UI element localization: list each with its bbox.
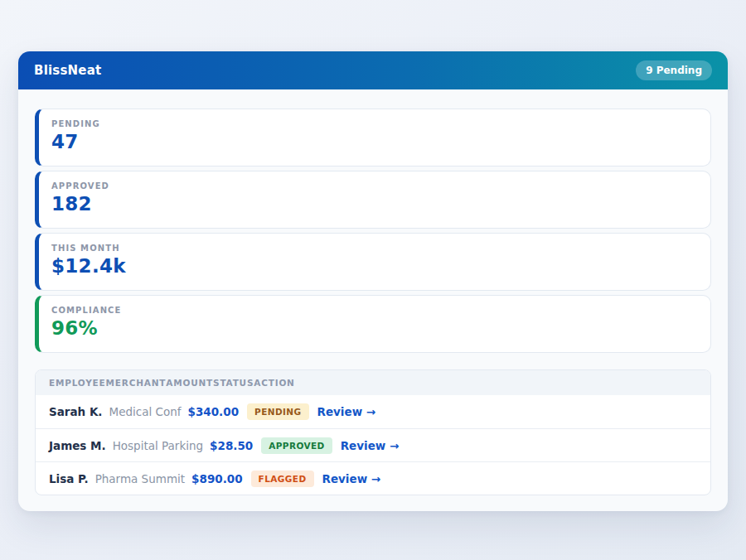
status-badge: APPROVED xyxy=(261,437,332,454)
pending-count-badge: 9 Pending xyxy=(636,60,712,80)
stat-card-pending: PENDING 47 xyxy=(35,109,711,167)
transactions-table: EMPLOYEEMERCHANTAMOUNTSTATUSACTION Sarah… xyxy=(35,369,711,495)
stat-label: APPROVED xyxy=(51,181,698,191)
amount-value: $28.50 xyxy=(210,439,253,452)
app-title: BlissNeat xyxy=(34,63,101,78)
merchant-name: Medical Conf xyxy=(109,405,182,418)
employee-name: James M. xyxy=(49,439,106,452)
review-link[interactable]: Review → xyxy=(322,472,381,485)
table-row: James M. Hospital Parking $28.50 APPROVE… xyxy=(36,428,710,461)
stat-card-compliance: COMPLIANCE 96% xyxy=(35,295,711,353)
table-row: Lisa P. Pharma Summit $890.00 FLAGGED Re… xyxy=(36,461,710,495)
stat-value: 47 xyxy=(51,131,698,152)
panel-content: PENDING 47 APPROVED 182 THIS MONTH $12.4… xyxy=(18,89,728,515)
status-badge: PENDING xyxy=(247,403,308,420)
table-header-row: EMPLOYEEMERCHANTAMOUNTSTATUSACTION xyxy=(36,370,710,395)
column-header-merchant: MERCHANT xyxy=(106,378,167,388)
stat-card-approved: APPROVED 182 xyxy=(35,171,711,229)
review-link[interactable]: Review → xyxy=(317,405,376,418)
stat-value: $12.4k xyxy=(51,255,698,277)
app-header: BlissNeat 9 Pending xyxy=(18,51,728,89)
stat-label: THIS MONTH xyxy=(51,244,698,253)
column-header-amount: AMOUNT xyxy=(166,378,213,388)
table-row: Sarah K. Medical Conf $340.00 PENDING Re… xyxy=(36,395,710,428)
merchant-name: Hospital Parking xyxy=(113,439,203,452)
review-link[interactable]: Review → xyxy=(341,439,400,452)
main-panel: BlissNeat 9 Pending PENDING 47 APPROVED … xyxy=(18,51,728,511)
stat-value: 96% xyxy=(51,317,698,339)
merchant-name: Pharma Summit xyxy=(95,472,185,485)
stat-value: 182 xyxy=(51,193,698,215)
employee-name: Lisa P. xyxy=(49,472,89,485)
stat-label: COMPLIANCE xyxy=(51,306,698,315)
amount-value: $890.00 xyxy=(191,472,243,485)
column-header-status: STATUS xyxy=(213,378,254,388)
employee-name: Sarah K. xyxy=(49,405,103,418)
column-header-action: ACTION xyxy=(254,378,294,388)
amount-value: $340.00 xyxy=(188,405,240,418)
stat-card-this-month: THIS MONTH $12.4k xyxy=(35,233,711,291)
column-header-employee: EMPLOYEE xyxy=(49,378,106,388)
status-badge: FLAGGED xyxy=(251,471,314,487)
stat-label: PENDING xyxy=(51,119,698,128)
